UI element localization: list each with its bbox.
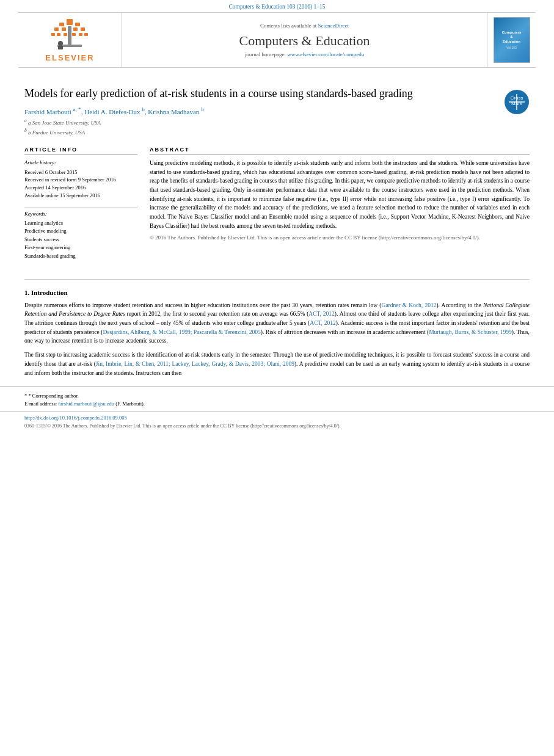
svg-rect-11 bbox=[79, 33, 82, 36]
author-farshid: Farshid Marbouti bbox=[24, 108, 71, 115]
citation-bar: Computers & Education 103 (2016) 1–15 bbox=[0, 0, 554, 12]
section1-title: 1. Introduction bbox=[24, 289, 530, 296]
article-history: Article history: Received 6 October 2015… bbox=[24, 159, 137, 200]
keyword-2: Predictive modeling bbox=[24, 227, 137, 236]
homepage-link[interactable]: www.elsevier.com/locate/compedu bbox=[287, 51, 364, 57]
citation-text: Computers & Education 103 (2016) 1–15 bbox=[228, 4, 325, 10]
intro-para-2: The first step to increasing academic su… bbox=[24, 351, 530, 377]
revised-date: Received in revised form 9 September 201… bbox=[24, 176, 137, 184]
svg-rect-4 bbox=[62, 27, 66, 31]
journal-cover-area: Computers&Education Vol 103 bbox=[487, 13, 536, 67]
journal-info-center: Contents lists available at ScienceDirec… bbox=[122, 13, 487, 67]
footnote-email: E-mail address: farshid.marbouti@sjsu.ed… bbox=[24, 400, 530, 408]
svg-rect-10 bbox=[72, 33, 76, 36]
keywords-section: Keywords: Learning analytics Predictive … bbox=[24, 206, 137, 261]
years-text: years bbox=[119, 320, 131, 326]
article-info-column: ARTICLE INFO Article history: Received 6… bbox=[24, 147, 137, 261]
svg-rect-2 bbox=[75, 23, 80, 26]
svg-rect-12 bbox=[84, 33, 88, 36]
sciencedirect-line: Contents lists available at ScienceDirec… bbox=[260, 23, 349, 29]
two-column-layout: ARTICLE INFO Article history: Received 6… bbox=[24, 147, 530, 261]
title-area: Cross Mark Models for early prediction o… bbox=[24, 86, 530, 101]
affiliation-b: b b Purdue University, USA bbox=[24, 128, 530, 136]
keyword-5: Standards-based grading bbox=[24, 252, 137, 261]
journal-title: Computers & Education bbox=[239, 33, 370, 49]
main-content: Cross Mark Models for early prediction o… bbox=[0, 68, 554, 270]
body-section: 1. Introduction Despite numerous efforts… bbox=[0, 289, 554, 378]
footer-copyright: 0360-1315/© 2016 The Authors. Published … bbox=[24, 423, 530, 429]
svg-rect-7 bbox=[51, 33, 55, 36]
abstract-header: ABSTRACT bbox=[150, 147, 530, 155]
homepage-line: journal homepage: www.elsevier.com/locat… bbox=[245, 51, 364, 57]
footer-bar: http://dx.doi.org/10.1016/j.compedu.2016… bbox=[0, 411, 554, 432]
affiliation-a: a a San Jose State University, USA bbox=[24, 118, 530, 126]
intro-para-1: Despite numerous efforts to improve stud… bbox=[24, 301, 530, 346]
online-date: Available online 15 September 2016 bbox=[24, 192, 137, 200]
keyword-4: First-year engineering bbox=[24, 244, 137, 252]
elsevier-brand-text: ELSEVIER bbox=[45, 53, 94, 62]
doi-link[interactable]: http://dx.doi.org/10.1016/j.compedu.2016… bbox=[24, 415, 530, 421]
author-krishna: Krishna Madhavan bbox=[148, 108, 199, 115]
keywords-label: Keywords: bbox=[24, 211, 137, 217]
keyword-3: Students success bbox=[24, 236, 137, 244]
svg-rect-13 bbox=[68, 26, 71, 45]
elsevier-logo: ELSEVIER bbox=[45, 18, 94, 62]
svg-rect-1 bbox=[59, 23, 64, 26]
section-divider bbox=[24, 279, 530, 280]
svg-rect-5 bbox=[73, 27, 78, 31]
keyword-1: Learning analytics bbox=[24, 219, 137, 228]
email-link[interactable]: farshid.marbouti@sjsu.edu bbox=[58, 401, 114, 407]
elsevier-logo-area: ELSEVIER bbox=[18, 13, 122, 67]
journal-header: ELSEVIER Contents lists available at Sci… bbox=[18, 12, 536, 68]
elsevier-tree-icon bbox=[48, 18, 91, 51]
abstract-text: Using predictive modeling methods, it is… bbox=[150, 159, 530, 242]
svg-rect-9 bbox=[64, 33, 67, 36]
section1-body: Despite numerous efforts to improve stud… bbox=[24, 301, 530, 378]
svg-rect-16 bbox=[58, 46, 63, 49]
accepted-date: Accepted 14 September 2016 bbox=[24, 184, 137, 192]
footnote-area: * * Corresponding author. E-mail address… bbox=[0, 387, 554, 411]
svg-point-15 bbox=[58, 41, 63, 46]
footnote-corresponding: * * Corresponding author. bbox=[24, 392, 530, 400]
history-label: Article history: bbox=[24, 159, 137, 167]
sciencedirect-link[interactable]: ScienceDirect bbox=[318, 23, 349, 29]
crossmark-icon: Cross Mark bbox=[504, 89, 530, 115]
received-date: Received 6 October 2015 bbox=[24, 169, 137, 176]
authors-line: Farshid Marbouti a, *, Heidi A. Diefes-D… bbox=[24, 106, 530, 115]
svg-rect-3 bbox=[54, 27, 59, 31]
svg-rect-0 bbox=[67, 19, 73, 25]
article-title: Models for early prediction of at-risk s… bbox=[24, 86, 415, 101]
article-info-header: ARTICLE INFO bbox=[24, 147, 137, 155]
keywords-divider bbox=[24, 206, 137, 208]
svg-rect-6 bbox=[81, 27, 85, 31]
svg-rect-8 bbox=[57, 33, 60, 36]
author-heidi: Heidi A. Diefes-Dux bbox=[84, 108, 140, 115]
journal-cover-image: Computers&Education Vol 103 bbox=[494, 17, 530, 63]
abstract-column: ABSTRACT Using predictive modeling metho… bbox=[150, 147, 530, 261]
